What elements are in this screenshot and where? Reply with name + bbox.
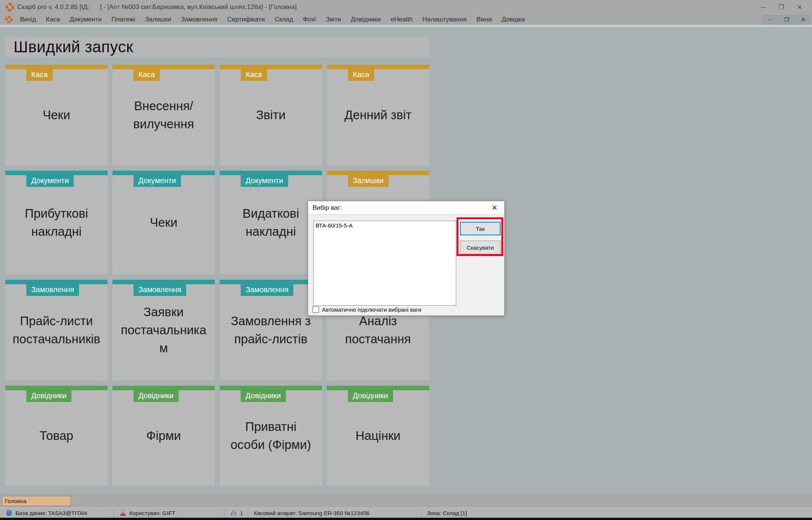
menu-item-documents[interactable]: Документи: [65, 16, 106, 23]
menu-bar: Вихід Каса Документи Платежі Залишки Зам…: [0, 14, 812, 25]
tile-label: Звіти: [249, 106, 292, 124]
app-logo-icon: [5, 3, 14, 12]
tile-cheky-dokumenty[interactable]: Документи Чеки: [112, 171, 215, 274]
status-register-count: 1: [225, 508, 248, 518]
dialog-close-icon[interactable]: ✕: [489, 203, 500, 212]
yes-button[interactable]: Так: [460, 222, 501, 235]
status-register: Касовий апарат: Samsung ER-350 №123456: [248, 508, 421, 518]
menu-item-help[interactable]: Довідка: [497, 16, 530, 23]
restore-icon[interactable]: ❐: [779, 4, 784, 11]
dialog-title-bar[interactable]: Вибір ваг: ✕: [308, 201, 504, 215]
tile-zaiavky-postachalnykam[interactable]: Замовлення Заявки постачальникам: [112, 280, 215, 381]
tile-category-badge: Довідники: [26, 390, 71, 402]
minimize-icon[interactable]: ─: [761, 4, 765, 11]
tile-tovar[interactable]: Довідники Товар: [5, 386, 108, 486]
tile-label: Фірми: [140, 427, 188, 445]
tile-prais-lysty-postachalnykiv[interactable]: Замовлення Прайс-листи постачальників: [5, 280, 108, 381]
tile-category-badge: Каса: [348, 69, 374, 81]
child-close-icon[interactable]: ✕: [795, 15, 811, 24]
tile-firmy[interactable]: Довідники Фірми: [112, 386, 215, 486]
page-title: Швидкий запуск: [14, 38, 133, 56]
tile-category-badge: Документи: [134, 175, 181, 187]
tile-zamovlennia-z-prais-lystiv[interactable]: Замовлення Замовлення з прайс-листів: [220, 280, 322, 381]
tile-category-strip: [220, 280, 322, 284]
window-title: Скарб pro v. 4.0.2.85 [ІД: ] - [Апт №003…: [17, 3, 297, 11]
tile-category-badge: Довідники: [134, 390, 179, 402]
status-zone: Зона: Склад [1]: [421, 508, 812, 518]
status-register-count-text: 1: [240, 510, 243, 516]
auto-connect-checkbox-label: Автоматично підключати вибрані ваги: [322, 306, 421, 313]
tile-category-badge: Каса: [26, 69, 53, 81]
menu-item-payments[interactable]: Платежі: [106, 16, 140, 23]
status-user-text: Користувач: GIFT: [129, 510, 175, 516]
menu-item-orders[interactable]: Замовлення: [176, 16, 222, 23]
tile-category-badge: Довідники: [348, 390, 393, 402]
database-icon: [6, 509, 12, 516]
tile-category-badge: Довідники: [241, 390, 286, 402]
bottom-chrome: Головна База даних: TASA3@TITAN Користув…: [0, 493, 812, 520]
tile-natsinky[interactable]: Довідники Націнки: [327, 386, 429, 486]
menu-item-reports[interactable]: Звіти: [321, 16, 346, 23]
tile-category-strip: [220, 171, 322, 175]
tile-category-strip: [112, 65, 215, 69]
auto-connect-checkbox[interactable]: [313, 306, 319, 313]
menu-item-stocks[interactable]: Залишки: [140, 16, 176, 23]
scale-list-item[interactable]: ВТА-60/15-5-А: [314, 221, 456, 230]
status-database-text: База даних: TASA3@TITAN: [15, 510, 87, 516]
tile-category-badge: Документи: [241, 175, 288, 187]
tile-category-strip: [112, 280, 215, 284]
tile-pryvatni-osoby[interactable]: Довідники Приватні особи (Фірми): [220, 386, 322, 486]
menu-item-references[interactable]: Довідники: [346, 16, 386, 23]
status-database: База даних: TASA3@TITAN: [0, 508, 114, 518]
scale-selection-dialog: Вибір ваг: ✕ ВТА-60/15-5-А Так Скасувати…: [308, 201, 505, 316]
app-logo-icon-small: [5, 16, 13, 23]
tile-category-badge: Документи: [26, 175, 74, 187]
menu-item-windows[interactable]: Вікна: [472, 16, 497, 23]
tile-category-strip: [327, 386, 429, 390]
menu-item-settings[interactable]: Налаштування: [417, 16, 472, 23]
cancel-button[interactable]: Скасувати: [460, 241, 501, 254]
tile-label: Денний звіт: [338, 106, 418, 124]
cash-register-icon: [230, 509, 237, 516]
tile-label: Аналіз постачання: [327, 312, 429, 348]
menu-item-ehealth[interactable]: eHealth: [386, 16, 418, 23]
status-bar: База даних: TASA3@TITAN Користувач: GIFT…: [0, 508, 812, 518]
status-user: Користувач: GIFT: [114, 508, 225, 518]
tile-category-strip: [327, 171, 429, 175]
tile-prybutkovi-nakladni[interactable]: Документи Прибуткові накладні: [5, 171, 108, 274]
tile-label: Чеки: [36, 106, 77, 124]
auto-connect-checkbox-row[interactable]: Автоматично підключати вибрані ваги: [313, 306, 421, 313]
dialog-title: Вибір ваг:: [313, 204, 342, 212]
menu-item-certificates[interactable]: Сертифікати: [222, 16, 270, 23]
tile-category-badge: Каса: [134, 69, 160, 81]
status-register-text: Касовий апарат: Samsung ER-350 №123456: [254, 510, 369, 516]
tile-category-strip: [112, 171, 215, 175]
tile-label: Прибуткові накладні: [5, 205, 108, 241]
tile-vnesennia-vyluchennia[interactable]: Каса Внесення/вилучення: [112, 65, 215, 165]
tile-category-badge: Замовлення: [241, 284, 293, 296]
tile-cheky-kasa[interactable]: Каса Чеки: [5, 65, 108, 165]
tile-category-strip: [112, 386, 215, 390]
status-zone-text: Зона: Склад [1]: [427, 510, 467, 516]
child-restore-icon[interactable]: ❐: [779, 15, 794, 24]
tile-category-strip: [5, 171, 108, 175]
tile-label: Чеки: [143, 214, 184, 232]
tile-category-badge: Залишки: [348, 175, 389, 187]
tile-label: Видаткові накладні: [220, 205, 322, 241]
tab-holovna[interactable]: Головна: [2, 496, 71, 506]
menu-item-branches[interactable]: Філії: [298, 16, 321, 23]
tile-vydatkovi-nakladni[interactable]: Документи Видаткові накладні: [220, 171, 322, 274]
user-icon: [120, 509, 126, 516]
menu-item-warehouse[interactable]: Склад: [270, 16, 298, 23]
child-minimize-icon[interactable]: ─: [762, 15, 778, 24]
title-bar: Скарб pro v. 4.0.2.85 [ІД: ] - [Апт №003…: [0, 0, 812, 14]
tile-zvity-kasa[interactable]: Каса Звіти: [220, 65, 322, 165]
menu-item-exit[interactable]: Вихід: [15, 16, 41, 23]
tile-category-strip: [5, 280, 108, 284]
scale-listbox[interactable]: ВТА-60/15-5-А: [313, 221, 456, 306]
tile-label: Прайс-листи постачальників: [5, 312, 108, 348]
menu-item-kasa[interactable]: Каса: [41, 16, 65, 23]
tile-category-strip: [220, 386, 322, 390]
close-icon[interactable]: ✕: [797, 4, 802, 11]
tile-dennyi-zvit[interactable]: Каса Денний звіт: [327, 65, 429, 165]
